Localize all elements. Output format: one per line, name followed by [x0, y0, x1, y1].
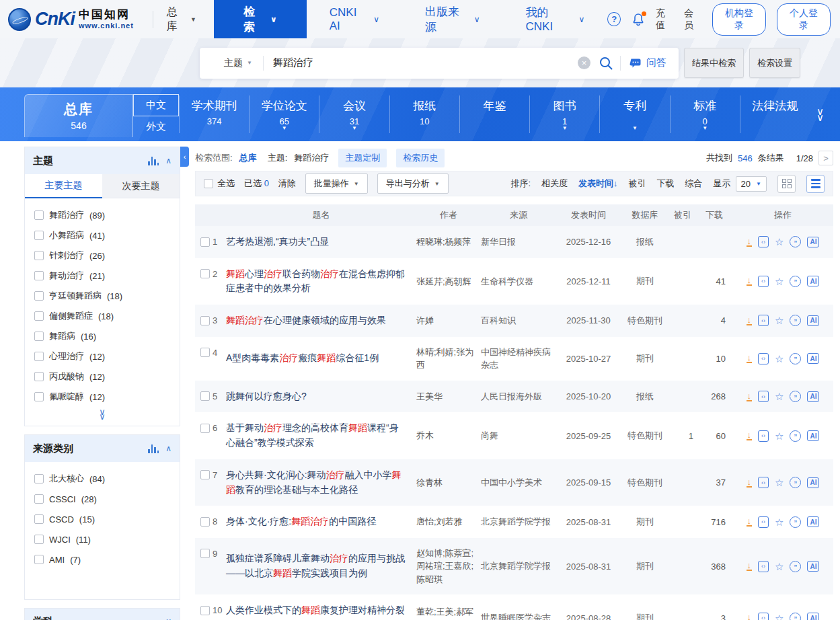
result-source[interactable]: 中国中小学美术	[481, 476, 556, 490]
result-title-link[interactable]: 舞蹈心理治疗联合药物治疗在混合焦虑抑郁症患者中的效果分析	[226, 267, 416, 296]
nav-tab-publications[interactable]: 出版来源 ∨	[402, 0, 503, 38]
col-authors[interactable]: 作者	[416, 209, 481, 221]
result-title-link[interactable]: 孤独症谱系障碍儿童舞动治疗的应用与挑战——以北京舞蹈学院实践项目为例	[226, 551, 416, 580]
filter-checkbox-item[interactable]: 偏侧舞蹈症 (18)	[34, 306, 170, 326]
ai-assistant-button[interactable]: AI	[807, 391, 819, 402]
db-tab[interactable]: 会议 31 ▼	[319, 95, 389, 133]
filter-checkbox-item[interactable]: 丙戊酸钠 (12)	[34, 366, 170, 387]
ai-assistant-button[interactable]: AI	[807, 613, 819, 620]
collapse-chevron-up-icon[interactable]: ∧	[165, 156, 171, 165]
ai-assistant-button[interactable]: AI	[807, 276, 819, 286]
result-authors[interactable]: 张延芹;高朝辉	[416, 275, 481, 288]
result-authors[interactable]: 唐怡;刘若雅	[416, 515, 481, 529]
result-title-link[interactable]: 跳舞何以疗愈身心?	[226, 389, 416, 404]
bar-chart-icon[interactable]	[148, 444, 159, 453]
result-source[interactable]: 生命科学仪器	[481, 275, 556, 288]
filter-checkbox-item[interactable]: CSCD (15)	[34, 509, 170, 529]
html-read-icon[interactable]: ‹›	[758, 276, 769, 287]
expand-chevron-down-icon[interactable]: ∨	[165, 617, 171, 620]
filter-checkbox-item[interactable]: 小舞蹈病 (41)	[34, 225, 170, 245]
quote-icon[interactable]: ”	[790, 315, 801, 326]
result-authors[interactable]: 林晴;利婧;张为西	[416, 346, 481, 372]
result-authors[interactable]: 赵知博;陈萘宣;周祐瑄;王嘉欣;陈昭琪	[416, 547, 481, 586]
db-tab[interactable]: 报纸 10 ▼	[389, 95, 459, 133]
favorite-star-icon[interactable]: ☆	[775, 391, 784, 401]
quote-icon[interactable]: ”	[790, 561, 801, 572]
search-input[interactable]	[264, 57, 578, 69]
db-tab-total[interactable]: 总库 546	[24, 94, 133, 137]
ai-assistant-button[interactable]: AI	[807, 430, 819, 441]
row-checkbox[interactable]	[200, 517, 210, 527]
html-read-icon[interactable]: ‹›	[758, 391, 769, 402]
filter-checkbox-item[interactable]: 针刺治疗 (26)	[34, 245, 170, 266]
favorite-star-icon[interactable]: ☆	[775, 237, 784, 247]
scope-total-link[interactable]: 总库	[239, 152, 257, 164]
filter-checkbox-item[interactable]: AMI (7)	[34, 549, 170, 570]
row-checkbox[interactable]	[200, 606, 210, 615]
row-checkbox[interactable]	[200, 549, 210, 558]
expand-more-dbs-icon[interactable]: ∨∨	[810, 108, 840, 120]
col-source[interactable]: 来源	[481, 209, 556, 221]
db-tab[interactable]: 法律法规 ▼	[740, 95, 810, 133]
download-icon[interactable]: ↓	[747, 613, 753, 620]
cnki-logo[interactable]: CnKi 中国知网 www.cnki.net	[0, 0, 143, 38]
result-title-link[interactable]: 身心共舞·文化润心:舞动治疗融入中小学舞蹈教育的理论基础与本土化路径	[226, 468, 416, 497]
download-icon[interactable]: ↓	[747, 276, 753, 286]
qa-button[interactable]: 问答	[621, 56, 671, 69]
result-source[interactable]: 百科知识	[481, 314, 556, 327]
result-title-link[interactable]: 基于舞动治疗理念的高校体育舞蹈课程“身心融合”教学模式探索	[226, 421, 416, 450]
favorite-star-icon[interactable]: ☆	[775, 315, 784, 325]
sidebar-collapse-icon[interactable]: ‹	[180, 147, 189, 167]
db-tab[interactable]: 年鉴 ▼	[459, 95, 529, 133]
export-analyze-button[interactable]: 导出与分析 ▼	[377, 173, 449, 194]
tab-secondary-subject[interactable]: 次要主题	[102, 174, 180, 198]
db-switch-dropdown[interactable]: 总库 ▼	[163, 0, 214, 38]
result-authors[interactable]: 乔木	[416, 429, 481, 442]
quote-icon[interactable]: ”	[790, 236, 801, 247]
quote-icon[interactable]: ”	[790, 430, 801, 442]
checkbox[interactable]	[34, 231, 44, 240]
ai-assistant-button[interactable]: AI	[807, 516, 819, 527]
row-checkbox[interactable]	[200, 470, 210, 479]
filter-checkbox-item[interactable]: 亨廷顿舞蹈病 (18)	[34, 286, 170, 306]
member-link[interactable]: 会员	[684, 7, 701, 32]
clear-search-icon[interactable]: ×	[578, 56, 590, 69]
favorite-star-icon[interactable]: ☆	[775, 354, 784, 364]
ai-assistant-button[interactable]: AI	[807, 237, 819, 247]
html-read-icon[interactable]: ‹›	[758, 516, 769, 528]
checkbox[interactable]	[34, 372, 44, 381]
row-checkbox[interactable]	[200, 391, 210, 401]
col-database[interactable]: 数据库	[621, 209, 669, 221]
checkbox[interactable]	[34, 535, 44, 544]
quote-icon[interactable]: ”	[790, 477, 801, 488]
checkbox[interactable]	[34, 494, 44, 504]
db-tab[interactable]: 学位论文 65 ▼	[249, 95, 319, 133]
checkbox[interactable]	[34, 311, 44, 321]
bar-chart-icon[interactable]	[148, 157, 159, 165]
html-read-icon[interactable]: ‹›	[758, 315, 769, 326]
filter-checkbox-item[interactable]: CSSCI (28)	[34, 489, 170, 509]
list-view-button[interactable]	[806, 175, 825, 193]
result-title-link[interactable]: 舞蹈治疗在心理健康领域的应用与效果	[226, 313, 416, 328]
sort-downloads[interactable]: 下载	[657, 178, 675, 190]
row-checkbox[interactable]	[200, 269, 210, 278]
html-read-icon[interactable]: ‹›	[758, 477, 769, 488]
col-cited[interactable]: 被引	[669, 209, 696, 221]
result-authors[interactable]: 程晓琳;杨频萍	[416, 235, 481, 249]
quote-icon[interactable]: ”	[790, 353, 801, 364]
subject-customize-button[interactable]: 主题定制	[338, 149, 387, 167]
ai-assistant-button[interactable]: AI	[807, 315, 819, 326]
col-date[interactable]: 发表时间	[556, 209, 621, 221]
tab-main-subject[interactable]: 主要主题	[25, 174, 102, 198]
row-checkbox[interactable]	[200, 316, 210, 325]
filter-checkbox-item[interactable]: 心理治疗 (12)	[34, 346, 170, 366]
page-size-select[interactable]: 20 ▼	[736, 176, 767, 192]
lang-tab-chinese[interactable]: 中文	[133, 94, 179, 116]
personal-login-button[interactable]: 个人登录	[777, 3, 831, 36]
filter-checkbox-item[interactable]: WJCI (11)	[34, 529, 170, 549]
checkbox[interactable]	[34, 291, 44, 301]
search-settings-button[interactable]: 检索设置	[749, 48, 800, 78]
result-title-link[interactable]: 身体·文化·疗愈:舞蹈治疗的中国路径	[226, 514, 416, 529]
checkbox[interactable]	[34, 555, 44, 564]
search-field-dropdown[interactable]: 主题 ▼	[208, 57, 263, 69]
